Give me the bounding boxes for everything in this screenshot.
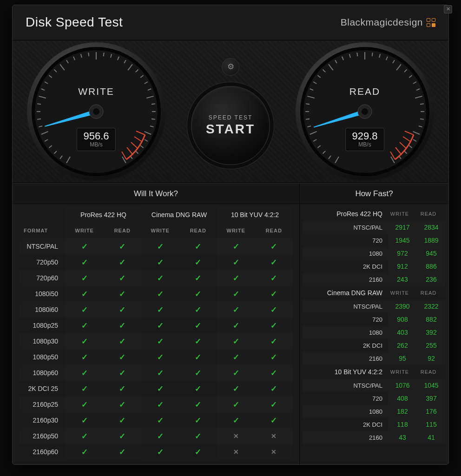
hf-read-value: 882: [417, 313, 446, 326]
check-icon: ✓: [255, 381, 293, 397]
hf-read-header: READ: [417, 365, 446, 379]
hf-title: How Fast?: [300, 184, 448, 204]
check-icon: ✓: [104, 286, 142, 302]
hf-table: ProRes 422 HQWRITEREADNTSC/PAL2917283472…: [303, 207, 446, 444]
read-value-box: 929.8 MB/s: [345, 128, 384, 151]
check-icon: ✓: [66, 349, 104, 365]
check-icon: ✓: [255, 254, 293, 270]
hf-write-value: 403: [388, 326, 417, 339]
close-icon[interactable]: ✕: [444, 5, 452, 13]
check-icon: ✓: [217, 365, 255, 381]
svg-line-36: [151, 119, 155, 119]
svg-line-83: [420, 119, 424, 119]
wiw-g0-write: WRITE: [66, 223, 104, 238]
wiw-row: 2K DCI 25✓✓✓✓✓✓: [19, 381, 293, 397]
check-icon: ✓: [179, 397, 217, 412]
check-icon: ✓: [104, 444, 142, 460]
brand: Blackmagicdesign: [341, 17, 435, 28]
wiw-format: 1080p30: [19, 333, 66, 349]
check-icon: ✓: [217, 397, 255, 412]
wiw-format: NTSC/PAL: [19, 238, 66, 254]
svg-line-71: [372, 53, 373, 56]
wiw-row: 1080p25✓✓✓✓✓✓: [19, 317, 293, 333]
start-button[interactable]: SPEED TEST START: [191, 86, 270, 165]
wiw-row: 2160p60✓✓✓✓✕✕: [19, 444, 293, 460]
wiw-g2-write: WRITE: [217, 223, 255, 238]
hf-format: 720: [303, 313, 388, 326]
check-icon: ✓: [141, 317, 179, 333]
hf-write-value: 95: [388, 352, 417, 365]
write-unit: MB/s: [83, 141, 110, 148]
check-icon: ✓: [104, 270, 142, 286]
hf-row: 21604341: [303, 431, 446, 444]
svg-line-34: [151, 104, 155, 104]
wiw-row: 2160p50✓✓✓✓✕✕: [19, 428, 293, 444]
hf-read-header: READ: [417, 286, 446, 300]
write-gauge: WRITE 956.6 MB/s: [26, 42, 166, 181]
wiw-format: 1080i50: [19, 286, 66, 302]
wiw-row: 1080i50✓✓✓✓✓✓: [19, 286, 293, 302]
check-icon: ✓: [104, 412, 142, 428]
check-icon: ✓: [179, 302, 217, 317]
check-icon: ✓: [141, 333, 179, 349]
check-icon: ✓: [179, 317, 217, 333]
wiw-row: 2160p30✓✓✓✓✓✓: [19, 412, 293, 428]
check-icon: ✓: [104, 238, 142, 254]
svg-line-81: [420, 104, 424, 104]
hf-row: 21609592: [303, 352, 446, 365]
hf-read-header: READ: [417, 207, 446, 221]
check-icon: ✓: [141, 302, 179, 317]
wiw-format: 1080i60: [19, 302, 66, 317]
hf-format: 1080: [303, 326, 388, 339]
hf-row: 2160243236: [303, 273, 446, 286]
settings-button[interactable]: ⚙: [222, 58, 239, 76]
hf-format: 2160: [303, 431, 388, 444]
hf-row: 1080182176: [303, 405, 446, 418]
wiw-format: 2160p50: [19, 428, 66, 444]
check-icon: ✓: [179, 349, 217, 365]
wiw-row: 720p50✓✓✓✓✓✓: [19, 254, 293, 270]
header: Disk Speed Test Blackmagicdesign: [13, 5, 448, 40]
wiw-row: 1080p50✓✓✓✓✓✓: [19, 349, 293, 365]
hf-read-value: 945: [417, 247, 446, 260]
check-icon: ✓: [104, 333, 142, 349]
hf-write-value: 1945: [388, 234, 417, 247]
svg-line-12: [37, 104, 41, 104]
hf-format: NTSC/PAL: [303, 379, 388, 392]
write-value: 956.6: [83, 130, 110, 142]
check-icon: ✓: [255, 412, 293, 428]
wiw-format-header: FORMAT: [19, 223, 66, 238]
hf-write-value: 972: [388, 247, 417, 260]
hf-read-value: 1045: [417, 379, 446, 392]
check-icon: ✓: [217, 302, 255, 317]
hf-row: 1080403392: [303, 326, 446, 339]
check-icon: ✓: [66, 286, 104, 302]
check-icon: ✓: [255, 238, 293, 254]
hf-read-value: 397: [417, 392, 446, 405]
check-icon: ✓: [66, 333, 104, 349]
wiw-group-1: Cinema DNG RAW: [141, 207, 217, 223]
check-icon: ✓: [66, 365, 104, 381]
hf-read-value: 2322: [417, 300, 446, 313]
hf-read-value: 392: [417, 326, 446, 339]
check-icon: ✓: [179, 333, 217, 349]
wiw-row: 1080p30✓✓✓✓✓✓: [19, 333, 293, 349]
hf-format: 1080: [303, 247, 388, 260]
wiw-g0-read: READ: [104, 223, 142, 238]
hf-write-header: WRITE: [388, 286, 417, 300]
gauge-panel: WRITE 956.6 MB/s ⚙ SPEED TEST START: [13, 40, 448, 183]
hf-format: 2K DCI: [303, 260, 388, 273]
svg-line-10: [37, 119, 41, 119]
wiw-g2-read: READ: [255, 223, 293, 238]
check-icon: ✓: [141, 365, 179, 381]
wiw-title: Will It Work?: [13, 184, 299, 204]
hf-row: 720908882: [303, 313, 446, 326]
hf-group-header: ProRes 422 HQWRITEREAD: [303, 207, 446, 221]
check-icon: ✓: [217, 317, 255, 333]
how-fast-panel: How Fast? ProRes 422 HQWRITEREADNTSC/PAL…: [300, 184, 448, 464]
hf-group-name: ProRes 422 HQ: [303, 207, 388, 221]
write-gauge-label: WRITE: [26, 86, 166, 97]
wiw-group-2: 10 Bit YUV 4:2:2: [217, 207, 293, 223]
cross-icon: ✕: [217, 444, 255, 460]
read-gauge: READ 929.8 MB/s: [295, 42, 435, 181]
